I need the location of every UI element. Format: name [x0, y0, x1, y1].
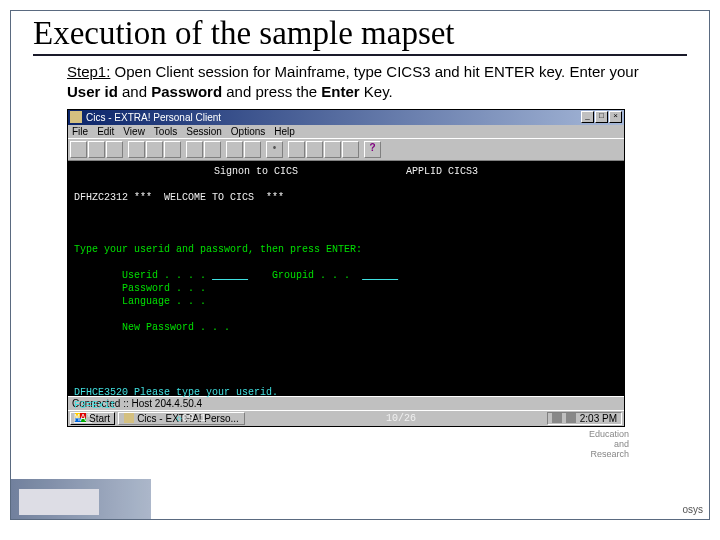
toolbar-separator — [124, 141, 127, 158]
maximize-button[interactable]: □ — [595, 111, 608, 123]
toolbar-button[interactable] — [106, 141, 123, 158]
terminal-window: Cics - EXTRA! Personal Client _ □ × File… — [67, 109, 625, 427]
term-statusline: MA* ☼00.1 10/26 — [74, 413, 416, 424]
toolbar-separator — [222, 141, 225, 158]
menu-session[interactable]: Session — [186, 126, 222, 137]
logo-education: Education and Research — [569, 429, 629, 459]
toolbar-button[interactable] — [324, 141, 341, 158]
menu-options[interactable]: Options — [231, 126, 265, 137]
slide-title: Execution of the sample mapset — [33, 15, 687, 56]
toolbar-separator — [360, 141, 363, 158]
label-newpw: New Password . . . — [122, 322, 230, 333]
instruction-text: Step1: Open Client session for Mainframe… — [67, 62, 673, 103]
term-prompt: Type your userid and password, then pres… — [74, 244, 362, 255]
toolbar-button[interactable] — [266, 141, 283, 158]
menu-edit[interactable]: Edit — [97, 126, 114, 137]
close-button[interactable]: × — [609, 111, 622, 123]
term-header: Signon to CICS APPLID CICS3 — [74, 165, 618, 178]
app-icon — [70, 111, 82, 123]
menu-tools[interactable]: Tools — [154, 126, 177, 137]
toolbar-button[interactable] — [244, 141, 261, 158]
label-language: Language . . . — [122, 296, 206, 307]
menu-file[interactable]: File — [72, 126, 88, 137]
term-msg: DFHCE3520 Please type your userid. — [74, 387, 278, 398]
toolbar-button[interactable] — [342, 141, 359, 158]
toolbar-button[interactable] — [88, 141, 105, 158]
footer-graphic — [11, 479, 151, 519]
slide-frame: Execution of the sample mapset Step1: Op… — [10, 10, 710, 520]
toolbar-button[interactable] — [128, 141, 145, 158]
corner-logo: osys — [682, 504, 703, 515]
window-title-text: Cics - EXTRA! Personal Client — [86, 112, 221, 123]
toolbar-button[interactable] — [226, 141, 243, 158]
toolbar-button[interactable] — [70, 141, 87, 158]
toolbar-separator — [262, 141, 265, 158]
label-groupid: Groupid . . . — [272, 270, 350, 281]
step-label: Step1: — [67, 63, 110, 80]
term-f3: F3=Exit — [74, 400, 116, 411]
toolbar-separator — [284, 141, 287, 158]
input-userid[interactable] — [212, 270, 248, 281]
menu-view[interactable]: View — [123, 126, 145, 137]
toolbar-button[interactable] — [146, 141, 163, 158]
terminal-screen[interactable]: Signon to CICS APPLID CICS3 DFHZC2312 **… — [68, 161, 624, 396]
toolbar-separator — [182, 141, 185, 158]
toolbar-button[interactable] — [306, 141, 323, 158]
toolbar — [68, 138, 624, 161]
toolbar-button[interactable] — [288, 141, 305, 158]
minimize-button[interactable]: _ — [581, 111, 594, 123]
input-groupid[interactable] — [362, 270, 398, 281]
label-userid: Userid . . . . — [122, 270, 206, 281]
toolbar-button[interactable] — [204, 141, 221, 158]
help-icon[interactable] — [364, 141, 381, 158]
label-password: Password . . . — [122, 283, 206, 294]
term-welcome: DFHZC2312 *** WELCOME TO CICS *** — [74, 192, 284, 203]
menu-help[interactable]: Help — [274, 126, 295, 137]
menubar: File Edit View Tools Session Options Hel… — [68, 125, 624, 138]
window-titlebar: Cics - EXTRA! Personal Client _ □ × — [68, 110, 624, 125]
toolbar-button[interactable] — [164, 141, 181, 158]
window-controls: _ □ × — [581, 111, 622, 123]
toolbar-button[interactable] — [186, 141, 203, 158]
